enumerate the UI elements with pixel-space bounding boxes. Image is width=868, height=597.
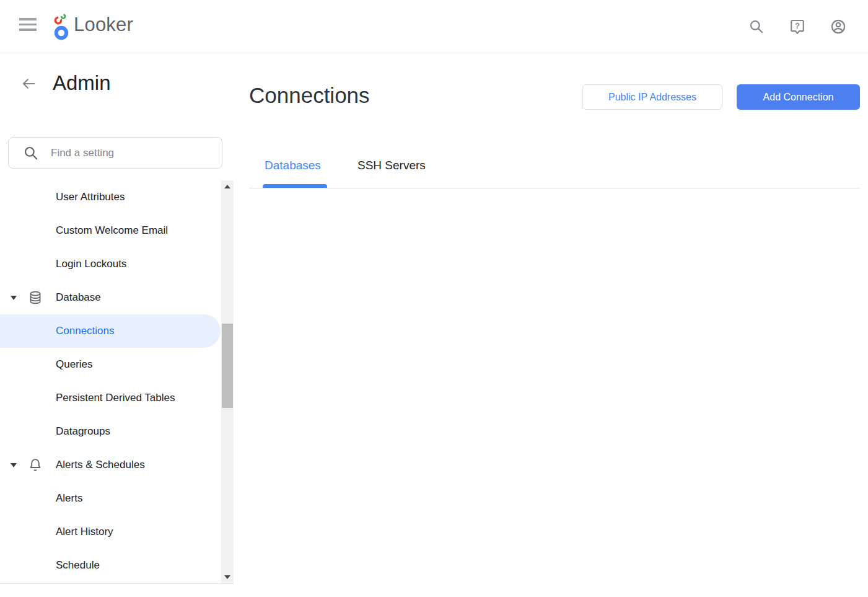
tabs-divider	[249, 188, 860, 188]
account-icon[interactable]	[830, 19, 846, 35]
svg-text:?: ?	[795, 22, 800, 30]
app-name: Looker	[74, 14, 133, 36]
sidebar-item-connections[interactable]: Connections	[0, 314, 221, 348]
tab-ssh-servers[interactable]: SSH Servers	[357, 156, 426, 175]
sidebar-bottom-divider	[0, 583, 234, 584]
sidebar-group-database[interactable]: Database	[0, 281, 221, 314]
sidebar-item-persistent-derived-tables[interactable]: Persistent Derived Tables	[0, 381, 221, 415]
tab-databases[interactable]: Databases	[265, 156, 321, 175]
page-title: Connections	[249, 83, 370, 108]
search-icon[interactable]	[748, 19, 765, 35]
admin-panel-title: Admin	[53, 71, 111, 95]
bell-icon	[28, 458, 43, 472]
sidebar-group-alerts-schedules[interactable]: Alerts & Schedules	[0, 448, 221, 482]
help-icon[interactable]: ?	[789, 19, 805, 35]
sidebar-item-alerts[interactable]: Alerts	[0, 482, 221, 515]
admin-settings-nav: User Attributes Custom Welcome Email Log…	[0, 180, 221, 582]
sidebar-item-custom-welcome-email[interactable]: Custom Welcome Email	[0, 214, 221, 247]
scrollbar-thumb[interactable]	[222, 324, 233, 408]
looker-logo[interactable]: Looker	[53, 6, 133, 43]
sidebar-item-login-lockouts[interactable]: Login Lockouts	[0, 247, 221, 281]
public-ip-addresses-button[interactable]: Public IP Addresses	[582, 84, 722, 110]
caret-down-icon[interactable]	[9, 296, 19, 300]
topbar: Looker ?	[0, 0, 868, 53]
sidebar-item-datagroups[interactable]: Datagroups	[0, 415, 221, 448]
back-arrow-icon[interactable]	[20, 76, 37, 92]
sidebar-item-alert-history[interactable]: Alert History	[0, 515, 221, 549]
database-icon	[28, 290, 43, 305]
menu-icon[interactable]	[19, 18, 37, 31]
sidebar-item-schedule[interactable]: Schedule	[0, 549, 221, 582]
sidebar-item-queries[interactable]: Queries	[0, 348, 221, 381]
looker-logo-icon	[53, 9, 69, 40]
caret-down-icon[interactable]	[9, 463, 19, 467]
search-input[interactable]	[9, 138, 222, 168]
find-setting-search	[8, 137, 222, 169]
sidebar-item-user-attributes[interactable]: User Attributes	[0, 180, 221, 214]
scroll-up-icon[interactable]	[224, 185, 230, 188]
scroll-down-icon[interactable]	[224, 575, 230, 579]
sidebar-scrollbar[interactable]	[221, 180, 234, 583]
add-connection-button[interactable]: Add Connection	[737, 84, 860, 110]
